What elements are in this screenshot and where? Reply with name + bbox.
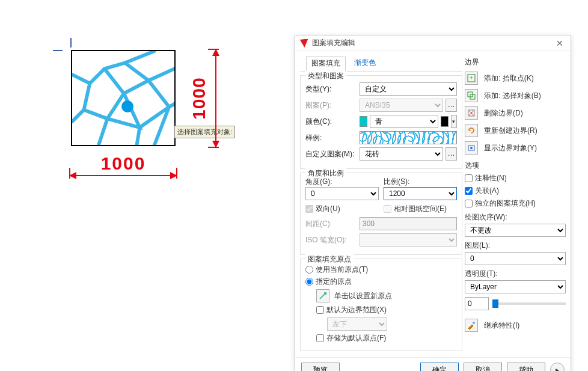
default-boundary-label: 默认为边界范围(X) [326, 305, 387, 315]
close-button[interactable]: ✕ [554, 38, 566, 48]
show-boundary-button[interactable]: 显示边界对象(Y) [465, 141, 566, 155]
remove-boundary-icon [465, 106, 478, 120]
layer-label: 图层(L): [465, 241, 566, 251]
hatched-rectangle[interactable] [71, 50, 176, 146]
custom-pattern-browse-button[interactable]: … [446, 147, 457, 161]
preview-button[interactable]: 预览 [301, 363, 340, 371]
transparency-value-input[interactable] [465, 297, 489, 310]
group-origin: 图案填充原点 使用当前原点(T) 指定的原点 单击以设置新原点 默认为边界范围(… [300, 259, 462, 351]
pick-point-icon: + [465, 72, 478, 85]
show-boundary-icon [465, 141, 478, 155]
color-dropdown-button[interactable] [451, 115, 457, 128]
pick-origin-button[interactable] [316, 289, 329, 302]
group-type-pattern: 类型和图案 类型(Y): 自定义 图案(P): ANSI35 … 颜色(C): [300, 75, 462, 169]
inherit-icon [465, 319, 478, 332]
boundary-section-title: 边界 [465, 57, 566, 67]
tab-hatch[interactable]: 图案填充 [306, 57, 346, 72]
autocad-logo-icon [300, 38, 309, 48]
type-label: 类型(Y): [305, 84, 360, 94]
hatch-edit-dialog: 图案填充编辑 ✕ 图案填充 渐变色 类型和图案 类型(Y): 自定义 图案(P)… [295, 35, 571, 371]
associative-checkbox[interactable] [465, 187, 473, 195]
horizontal-dimension[interactable]: 1000 [69, 157, 177, 181]
group-title-origin: 图案填充原点 [305, 254, 354, 265]
transparency-label: 透明度(T): [465, 269, 566, 279]
group-angle-scale: 角度和比例 角度(G): 0 比例(S): 1200 双向(U) 相对图纸空间(… [300, 173, 462, 255]
recreate-boundary-button[interactable]: 重新创建边界(R) [465, 124, 566, 137]
ok-button[interactable]: 确定 [420, 363, 459, 371]
ext-tick [53, 50, 63, 51]
use-current-origin-label: 使用当前原点(T) [316, 265, 368, 275]
click-new-origin-label: 单击以设置新原点 [334, 291, 392, 301]
hatch-pattern-preview [72, 51, 174, 145]
store-default-label: 存储为默认原点(F) [326, 333, 386, 343]
custom-pattern-select[interactable]: 花砖 [360, 147, 443, 161]
iso-width-label: ISO 笔宽(O): [305, 235, 360, 245]
paper-space-label: 相对图纸空间(E) [394, 204, 447, 214]
draw-order-select[interactable]: 不更改 [465, 224, 566, 237]
bidirectional-label: 双向(U) [316, 204, 340, 214]
specified-origin-radio[interactable] [305, 278, 313, 286]
color-swatch-icon [360, 116, 367, 127]
dialog-title: 图案填充编辑 [312, 38, 355, 48]
vertical-dimension[interactable]: 1000 [186, 49, 222, 148]
help-button[interactable]: 帮助 [507, 363, 545, 371]
options-section-title: 选项 [465, 161, 566, 171]
default-boundary-checkbox[interactable] [316, 306, 324, 314]
tab-strip: 图案填充 渐变色 [300, 56, 462, 72]
svg-text:+: + [470, 75, 473, 81]
spacing-input [360, 217, 457, 230]
inherit-properties-button[interactable]: 继承特性(I) [465, 319, 566, 332]
annotative-checkbox[interactable] [465, 174, 473, 182]
boundary-position-select: 左下 [327, 317, 387, 331]
tab-gradient[interactable]: 渐变色 [353, 56, 377, 71]
bg-color-swatch-icon [441, 116, 449, 127]
origin-point-marker[interactable] [121, 100, 133, 112]
remove-boundary-button[interactable]: 删除边界(D) [465, 106, 566, 120]
horizontal-dimension-value: 1000 [69, 153, 177, 174]
scale-label: 比例(S): [384, 177, 409, 186]
transparency-slider[interactable] [492, 302, 566, 305]
annotative-label: 注释性(N) [475, 173, 507, 183]
associative-label: 关联(A) [475, 186, 499, 196]
sample-preview[interactable] [360, 131, 457, 144]
group-title-type: 类型和图案 [305, 71, 346, 81]
custom-pattern-label: 自定义图案(M): [305, 149, 360, 159]
iso-width-select [360, 233, 457, 247]
scale-select[interactable]: 1200 [384, 187, 457, 200]
expand-dialog-button[interactable]: ▸ [550, 363, 565, 371]
svg-point-8 [470, 147, 473, 149]
cad-canvas[interactable]: 选择图案填充对象: 1000 1000 [60, 45, 228, 201]
angle-label: 角度(G): [305, 177, 332, 186]
use-current-origin-radio[interactable] [305, 266, 313, 274]
paper-space-checkbox [384, 205, 391, 213]
group-title-angle: 角度和比例 [305, 168, 346, 179]
color-select[interactable]: 青 [370, 115, 438, 128]
cancel-button[interactable]: 取消 [464, 363, 502, 371]
store-default-checkbox[interactable] [316, 334, 324, 342]
specified-origin-label: 指定的原点 [316, 277, 352, 287]
layer-select[interactable]: 0 [465, 252, 566, 265]
vertical-dimension-value: 1000 [189, 49, 209, 148]
bidirectional-checkbox [305, 205, 313, 213]
recreate-boundary-icon [465, 124, 478, 137]
sample-label: 样例: [305, 133, 360, 143]
pattern-label: 图案(P): [305, 100, 360, 111]
pattern-browse-button[interactable]: … [446, 99, 457, 112]
spacing-label: 间距(C): [305, 219, 360, 229]
color-label: 颜色(C): [305, 117, 360, 127]
select-object-icon [465, 89, 478, 102]
draw-order-label: 绘图次序(W): [465, 212, 566, 222]
add-select-objects-button[interactable]: 添加: 选择对象(B) [465, 89, 566, 102]
ext-tick [70, 38, 72, 48]
type-select[interactable]: 自定义 [360, 82, 457, 96]
dialog-titlebar[interactable]: 图案填充编辑 ✕ [295, 35, 571, 51]
dialog-footer: 预览 确定 取消 帮助 ▸ [295, 357, 571, 371]
separate-hatch-label: 独立的图案填充(H) [475, 198, 536, 209]
transparency-select[interactable]: ByLayer [465, 280, 566, 293]
angle-select[interactable]: 0 [305, 187, 379, 200]
svg-point-9 [473, 322, 475, 324]
separate-hatch-checkbox[interactable] [465, 200, 473, 207]
add-pick-points-button[interactable]: +添加: 拾取点(K) [465, 72, 566, 85]
pattern-select: ANSI35 [360, 99, 443, 112]
